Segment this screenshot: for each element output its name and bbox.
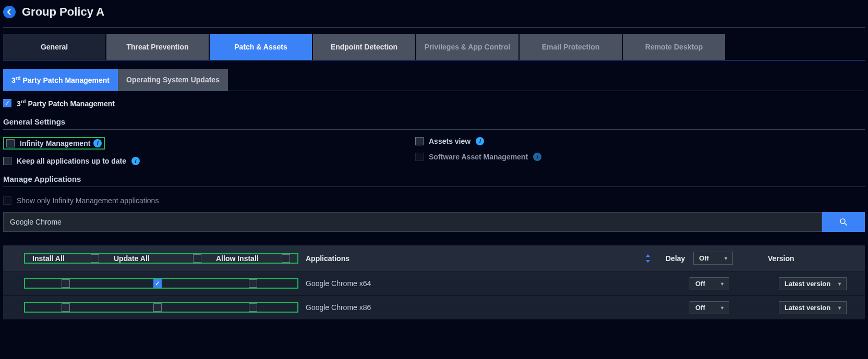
tab-threat-prevention[interactable]: Threat Prevention [106, 34, 209, 60]
install-checkbox[interactable] [62, 279, 70, 288]
keep-all-up-to-date-checkbox[interactable] [3, 157, 11, 165]
assets-view-label: Assets view [429, 137, 471, 145]
tab-endpoint-detection[interactable]: Endpoint Detection [313, 34, 415, 60]
application-search-input[interactable] [3, 212, 822, 232]
divider [3, 129, 865, 130]
infinity-management-checkbox[interactable] [6, 139, 15, 147]
sub-tabs: 3rd Party Patch Management Operating Sys… [3, 69, 865, 91]
col-install-all: Install All [32, 254, 65, 263]
subtab-os-updates[interactable]: Operating System Updates [118, 69, 228, 91]
allow-install-checkbox[interactable] [249, 303, 257, 312]
back-button[interactable] [3, 6, 16, 18]
table-row: Google Chrome x86 Off▾ Latest version▾ [3, 295, 865, 319]
delay-dropdown[interactable]: Off▾ [690, 301, 729, 314]
assets-view-checkbox[interactable] [415, 137, 424, 145]
search-icon [839, 217, 848, 227]
show-only-infinity-checkbox [3, 196, 11, 205]
tab-privileges-app-control[interactable]: Privileges & App Control [416, 34, 519, 60]
show-only-infinity-label: Show only Infinity Management applicatio… [17, 196, 159, 205]
infinity-management-label: Infinity Management [20, 139, 90, 147]
tab-general[interactable]: General [3, 34, 105, 60]
page-title: Group Policy A [22, 5, 104, 19]
tab-patch-assets[interactable]: Patch & Assets [210, 34, 312, 60]
main-tabs: General Threat Prevention Patch & Assets… [3, 34, 865, 60]
update-checkbox[interactable] [153, 279, 162, 288]
col-applications: Applications [298, 254, 637, 263]
table-row: Google Chrome x64 Off▾ Latest version▾ [3, 271, 865, 295]
chevron-down-icon: ▾ [838, 305, 841, 311]
svg-point-0 [840, 219, 845, 224]
info-icon[interactable]: i [533, 153, 541, 161]
subtab-3rd-party-patch[interactable]: 3rd Party Patch Management [3, 69, 118, 91]
application-name: Google Chrome x86 [298, 303, 643, 312]
update-checkbox[interactable] [153, 303, 162, 312]
chevron-down-icon: ▾ [721, 305, 724, 311]
chevron-down-icon: ▾ [721, 281, 724, 287]
svg-line-1 [845, 223, 847, 226]
search-button[interactable] [822, 212, 865, 232]
divider [3, 27, 865, 28]
tab-email-protection[interactable]: Email Protection [520, 34, 622, 60]
info-icon[interactable]: i [476, 137, 484, 145]
section-manage-applications: Manage Applications [3, 175, 865, 183]
allow-install-header-checkbox[interactable] [282, 254, 290, 263]
info-icon[interactable]: i [93, 139, 102, 147]
allow-install-checkbox[interactable] [249, 279, 257, 288]
delay-dropdown[interactable]: Off▾ [690, 277, 729, 290]
section-general-settings: General Settings [3, 117, 865, 126]
sort-applications-button[interactable] [637, 254, 658, 263]
application-name: Google Chrome x64 [298, 279, 643, 288]
applications-table: Install All Update All Allow Install App… [3, 245, 865, 319]
keep-all-up-to-date-label: Keep all applications up to date [17, 157, 126, 165]
tab-remote-desktop[interactable]: Remote Desktop [623, 34, 725, 60]
update-all-header-checkbox[interactable] [193, 254, 201, 263]
software-asset-management-label: Software Asset Management [429, 153, 528, 161]
col-version: Version [761, 254, 865, 263]
info-icon[interactable]: i [131, 157, 140, 165]
version-dropdown[interactable]: Latest version▾ [779, 277, 847, 290]
install-all-header-checkbox[interactable] [91, 254, 99, 263]
enable-3rd-party-label: 3rd Party Patch Management [17, 98, 115, 108]
chevron-down-icon: ▾ [838, 281, 841, 287]
install-checkbox[interactable] [62, 303, 70, 312]
enable-3rd-party-checkbox[interactable] [3, 99, 11, 107]
version-dropdown[interactable]: Latest version▾ [779, 301, 847, 314]
col-delay: Delay [666, 254, 685, 263]
chevron-down-icon: ▾ [725, 255, 727, 261]
delay-header-dropdown[interactable]: Off▾ [693, 252, 733, 265]
col-update-all: Update All [114, 254, 150, 263]
col-allow-install: Allow Install [216, 254, 259, 263]
divider [3, 187, 865, 187]
software-asset-management-checkbox [415, 153, 424, 161]
